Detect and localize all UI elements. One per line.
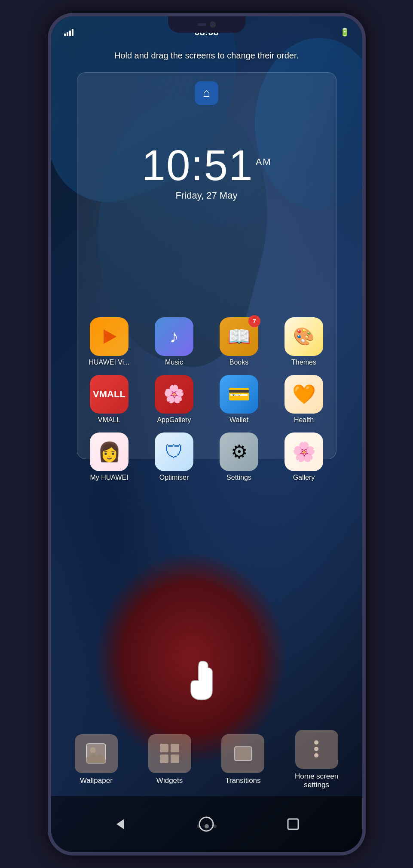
wallpaper-icon-box bbox=[75, 734, 118, 773]
optimiser-shield-icon: 🛡 bbox=[165, 441, 184, 463]
app-item-appgallery[interactable]: 🌸 AppGallery bbox=[146, 375, 202, 424]
notch bbox=[168, 16, 245, 33]
phone-container: 08:08 🔋 Hold and drag the screens to cha… bbox=[43, 9, 370, 860]
app-item-optimiser[interactable]: 🛡 Optimiser bbox=[146, 432, 202, 482]
transitions-icon bbox=[231, 742, 255, 765]
app-item-books[interactable]: 📖 7 Books bbox=[211, 317, 267, 366]
app-item-health[interactable]: 🧡 Health bbox=[276, 375, 332, 424]
nav-back-button[interactable] bbox=[107, 811, 133, 837]
app-label-books: Books bbox=[229, 359, 248, 366]
app-item-vmall[interactable]: VMALL VMALL bbox=[81, 375, 138, 424]
svg-rect-4 bbox=[171, 744, 179, 752]
signal-bar-2 bbox=[67, 32, 68, 36]
app-item-settings[interactable]: ⚙ Settings bbox=[211, 432, 267, 482]
books-badge: 7 bbox=[248, 315, 260, 327]
svg-point-8 bbox=[314, 740, 318, 745]
books-icon: 📖 bbox=[227, 325, 251, 348]
app-icon-themes: 🎨 bbox=[285, 317, 323, 356]
vmall-bag-icon: VMALL bbox=[93, 389, 125, 400]
app-label-wallet: Wallet bbox=[229, 416, 248, 424]
app-item-music[interactable]: ♪ Music bbox=[146, 317, 202, 366]
clock-time-value: 10:51 bbox=[141, 141, 253, 189]
svg-rect-7 bbox=[235, 747, 251, 761]
menu-label-transitions: Transitions bbox=[225, 776, 261, 785]
music-note-icon: ♪ bbox=[170, 326, 179, 347]
svg-point-10 bbox=[314, 753, 318, 758]
themes-brush-icon: 🎨 bbox=[293, 326, 315, 347]
app-label-music: Music bbox=[165, 359, 183, 366]
app-label-themes: Themes bbox=[291, 359, 316, 366]
app-icon-vmall: VMALL bbox=[90, 375, 128, 414]
instruction-text: Hold and drag the screens to change thei… bbox=[51, 51, 362, 61]
app-icon-music: ♪ bbox=[155, 317, 193, 356]
menu-item-wallpaper[interactable]: Wallpaper bbox=[75, 734, 118, 785]
app-label-huawei-video: HUAWEI Vi... bbox=[89, 359, 129, 366]
notch-camera bbox=[210, 21, 216, 28]
nav-recent-button[interactable] bbox=[280, 811, 306, 837]
battery-icon: 🔋 bbox=[340, 28, 349, 37]
app-icon-settings: ⚙ bbox=[220, 432, 258, 471]
app-item-myhuawei[interactable]: 👩 My HUAWEI bbox=[81, 432, 138, 482]
menu-item-transitions[interactable]: Transitions bbox=[221, 734, 264, 785]
svg-rect-3 bbox=[160, 744, 168, 752]
app-item-wallet[interactable]: 💳 Wallet bbox=[211, 375, 267, 424]
clock-time: 10:51AM bbox=[141, 144, 271, 187]
svg-point-2 bbox=[90, 747, 96, 753]
app-icon-myhuawei: 👩 bbox=[90, 432, 128, 471]
app-item-gallery[interactable]: 🌸 Gallery bbox=[276, 432, 332, 482]
app-icon-wallet: 💳 bbox=[220, 375, 258, 414]
app-icon-health: 🧡 bbox=[285, 375, 323, 414]
menu-label-widgets: Widgets bbox=[156, 776, 183, 785]
back-icon bbox=[111, 816, 128, 833]
wallpaper-icon bbox=[84, 742, 108, 765]
house-icon: ⌂ bbox=[203, 86, 210, 100]
svg-point-13 bbox=[199, 817, 213, 831]
app-grid: HUAWEI Vi... ♪ Music 📖 7 Books 🎨 Th bbox=[77, 317, 337, 482]
settings-gear-icon: ⚙ bbox=[231, 441, 248, 463]
signal-icon bbox=[64, 29, 73, 36]
app-icon-gallery: 🌸 bbox=[285, 432, 323, 471]
more-options-icon bbox=[305, 737, 328, 761]
app-icon-appgallery: 🌸 bbox=[155, 375, 193, 414]
clock-date: Friday, 27 May bbox=[141, 190, 271, 201]
appgallery-icon: 🌸 bbox=[163, 384, 185, 404]
notch-sensor bbox=[198, 23, 206, 26]
app-item-huawei-video[interactable]: HUAWEI Vi... bbox=[81, 317, 138, 366]
wallet-icon: 💳 bbox=[228, 383, 250, 405]
transitions-icon-box bbox=[221, 734, 264, 773]
recent-apps-icon bbox=[285, 816, 302, 833]
signal-bar-3 bbox=[69, 31, 71, 36]
health-heart-icon: 🧡 bbox=[292, 383, 316, 405]
home-screen-settings-icon-box bbox=[295, 730, 338, 769]
app-label-gallery: Gallery bbox=[293, 474, 315, 482]
clock-ampm: AM bbox=[256, 156, 272, 167]
video-play-icon bbox=[98, 326, 120, 347]
widgets-icon bbox=[158, 742, 181, 765]
home-circle-icon bbox=[198, 816, 215, 833]
app-label-appgallery: AppGallery bbox=[157, 416, 191, 424]
myhuawei-face-icon: 👩 bbox=[98, 441, 121, 463]
svg-rect-5 bbox=[160, 755, 168, 763]
app-label-health: Health bbox=[294, 416, 314, 424]
phone-frame: 08:08 🔋 Hold and drag the screens to cha… bbox=[48, 13, 366, 856]
widgets-icon-box bbox=[148, 734, 191, 773]
svg-marker-0 bbox=[104, 329, 116, 344]
svg-point-9 bbox=[314, 747, 318, 751]
app-icon-huawei-video bbox=[90, 317, 128, 356]
nav-bar bbox=[51, 796, 362, 852]
bottom-menu: Wallpaper Widgets bbox=[51, 730, 362, 790]
signal-bar-1 bbox=[64, 34, 66, 36]
app-item-themes[interactable]: 🎨 Themes bbox=[276, 317, 332, 366]
gallery-flower-icon: 🌸 bbox=[292, 441, 316, 463]
app-label-settings: Settings bbox=[226, 474, 251, 482]
app-label-myhuawei: My HUAWEI bbox=[90, 474, 128, 482]
svg-marker-12 bbox=[116, 819, 124, 829]
nav-home-button[interactable] bbox=[193, 811, 219, 837]
menu-label-wallpaper: Wallpaper bbox=[80, 776, 113, 785]
menu-item-home-screen-settings[interactable]: Home screensettings bbox=[295, 730, 338, 790]
menu-label-home-screen-settings: Home screensettings bbox=[295, 772, 338, 790]
menu-item-widgets[interactable]: Widgets bbox=[148, 734, 191, 785]
signal-bar-4 bbox=[72, 29, 73, 36]
app-icon-optimiser: 🛡 bbox=[155, 432, 193, 471]
svg-rect-6 bbox=[171, 755, 179, 763]
